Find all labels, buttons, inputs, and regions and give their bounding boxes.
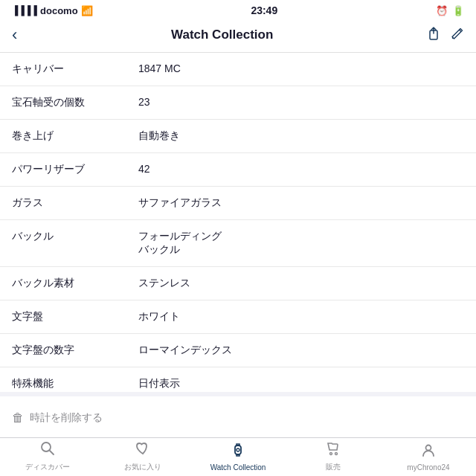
discover-tab-icon: [39, 440, 56, 460]
favorites-tab-icon: [135, 440, 151, 460]
alarm-icon: ⏰: [436, 5, 448, 16]
content-area: キャリバー1847 MC宝石軸受の個数23巻き上げ自動巻きパワーリザーブ42ガラ…: [0, 53, 476, 392]
edit-button[interactable]: [451, 27, 464, 44]
row-label: 文字盤: [12, 310, 138, 324]
svg-point-4: [330, 453, 332, 455]
row-value: ホワイト: [138, 310, 464, 324]
status-right: ⏰ 🔋: [436, 5, 464, 16]
table-row: ガラスサファイアガラス: [0, 187, 476, 220]
tab-discover[interactable]: ディスカバー: [0, 440, 95, 472]
svg-point-1: [42, 443, 51, 451]
status-left: ▐▐▐▐ docomo 📶: [12, 5, 93, 16]
svg-rect-2: [235, 446, 241, 454]
row-label: バックル: [12, 230, 138, 243]
status-bar: ▐▐▐▐ docomo 📶 23:49 ⏰ 🔋: [0, 0, 476, 19]
svg-point-5: [335, 453, 338, 455]
table-row: バックルフォールディング バックル: [0, 220, 476, 267]
favorites-tab-label: お気に入り: [124, 462, 161, 472]
row-value: 自動巻き: [138, 129, 464, 143]
row-label: 特殊機能: [12, 377, 138, 390]
sales-tab-icon: [325, 440, 341, 460]
tab-mychrono[interactable]: myChrono24: [381, 442, 476, 472]
row-value: ローマインデックス: [138, 344, 464, 357]
row-value: 23: [138, 96, 464, 108]
table-row: 文字盤ホワイト: [0, 300, 476, 334]
back-button[interactable]: ‹: [12, 25, 17, 45]
row-label: 巻き上げ: [12, 129, 138, 143]
table-row: キャリバー1847 MC: [0, 53, 476, 86]
tab-favorites[interactable]: お気に入り: [95, 440, 190, 472]
row-value: 1847 MC: [138, 62, 464, 74]
row-value: 日付表示: [138, 377, 464, 390]
row-value: サファイアガラス: [138, 196, 464, 210]
tab-sales[interactable]: 販売: [286, 440, 381, 472]
row-value: 42: [138, 163, 464, 175]
table-row: 宝石軸受の個数23: [0, 86, 476, 120]
table-row: パワーリザーブ42: [0, 153, 476, 187]
battery-icon: 🔋: [452, 5, 464, 16]
row-label: 文字盤の数字: [12, 344, 138, 357]
table-row: 特殊機能日付表示: [0, 367, 476, 392]
trash-icon: 🗑: [12, 411, 24, 425]
mychrono-tab-icon: [420, 442, 437, 462]
table-row: 巻き上げ自動巻き: [0, 120, 476, 153]
svg-point-3: [237, 448, 239, 451]
row-value: フォールディング バックル: [138, 230, 464, 257]
svg-point-6: [426, 445, 431, 450]
signal-icon: ▐▐▐▐: [12, 5, 37, 16]
watch-collection-tab-icon: [230, 442, 246, 462]
discover-tab-label: ディスカバー: [25, 462, 70, 472]
nav-bar: ‹ Watch Collection: [0, 19, 476, 53]
table-row: バックル素材ステンレス: [0, 267, 476, 300]
row-value: ステンレス: [138, 277, 464, 290]
status-time: 23:49: [251, 4, 277, 16]
tab-watch-collection[interactable]: Watch Collection: [190, 442, 286, 472]
mychrono-tab-label: myChrono24: [407, 463, 449, 472]
share-button[interactable]: [427, 26, 440, 45]
row-label: パワーリザーブ: [12, 163, 138, 176]
row-label: ガラス: [12, 196, 138, 210]
nav-actions: [427, 26, 464, 45]
wifi-icon: 📶: [81, 5, 93, 16]
delete-watch-button[interactable]: 🗑 時計を削除する: [0, 396, 476, 440]
nav-title: Watch Collection: [171, 28, 273, 42]
table-row: 文字盤の数字ローマインデックス: [0, 334, 476, 367]
watch-collection-tab-label: Watch Collection: [210, 463, 266, 472]
row-label: 宝石軸受の個数: [12, 96, 138, 109]
row-label: バックル素材: [12, 277, 138, 290]
delete-label: 時計を削除する: [30, 411, 103, 425]
row-label: キャリバー: [12, 62, 138, 76]
carrier-label: docomo: [40, 5, 78, 16]
tab-bar: ディスカバーお気に入りWatch Collection販売myChrono24: [0, 437, 476, 476]
sales-tab-label: 販売: [326, 462, 341, 472]
